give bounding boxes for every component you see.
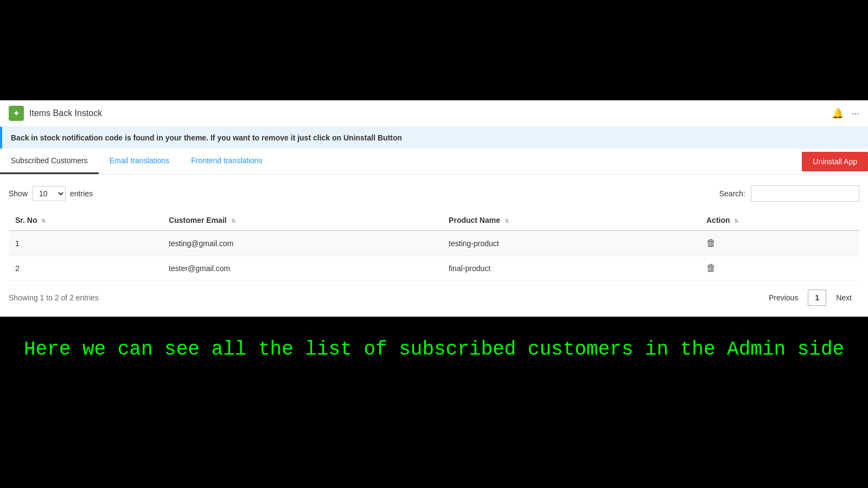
uninstall-button[interactable]: Uninstall App [802, 152, 868, 171]
header-left: ✦ Items Back Instock [9, 106, 102, 121]
search-label: Search: [719, 189, 745, 198]
cell-action-2: 🗑 [700, 256, 859, 281]
email-sort-icon[interactable]: ⇅ [231, 218, 235, 224]
cell-sr-no-1: 1 [9, 230, 162, 256]
table-head: Sr. No ⇅ Customer Email ⇅ Product Name ⇅… [9, 210, 859, 230]
pin-icon[interactable]: 🔔 [832, 107, 844, 119]
col-product-name: Product Name ⇅ [442, 210, 700, 230]
pagination-controls: Previous 1 Next [761, 290, 859, 306]
sr-no-sort-icon[interactable]: ⇅ [41, 218, 46, 224]
pagination-row: Showing 1 to 2 of 2 entries Previous 1 N… [9, 290, 859, 306]
col-customer-email: Customer Email ⇅ [162, 210, 442, 230]
entries-label: entries [70, 189, 93, 198]
table-header-row: Sr. No ⇅ Customer Email ⇅ Product Name ⇅… [9, 210, 859, 230]
show-label: Show [9, 189, 28, 198]
more-options-icon[interactable]: ··· [851, 108, 859, 119]
entries-select[interactable]: 10 25 50 100 [32, 186, 66, 201]
page-1-button[interactable]: 1 [808, 290, 826, 306]
tab-subscribed-customers[interactable]: Subscribed Customers [0, 149, 99, 174]
logo-icon: ✦ [13, 109, 20, 118]
app-logo: ✦ [9, 106, 24, 121]
app-title: Items Back Instock [29, 108, 102, 118]
tab-frontend-translations[interactable]: Frontend translations [180, 149, 273, 174]
banner-message: Back in stock notification code is found… [11, 133, 402, 142]
search-input[interactable] [751, 185, 859, 202]
col-action: Action ⇅ [700, 210, 859, 230]
cell-email-2: tester@gmail.com [162, 256, 442, 281]
cell-product-2: final-product [442, 256, 700, 281]
tab-email-translations[interactable]: Email translations [99, 149, 181, 174]
tabs-row: Subscribed Customers Email translations … [0, 149, 868, 175]
top-black-bar [0, 0, 868, 100]
previous-button[interactable]: Previous [761, 290, 806, 305]
show-entries-left: Show 10 25 50 100 entries [9, 186, 93, 201]
action-sort-icon[interactable]: ⇅ [734, 218, 738, 224]
bottom-section: Here we can see all the list of subscrib… [0, 317, 868, 393]
table-row: 1 testing@gmail.com testing-product 🗑 [9, 230, 859, 256]
cell-sr-no-2: 2 [9, 256, 162, 281]
table-row: 2 tester@gmail.com final-product 🗑 [9, 256, 859, 281]
app-header: ✦ Items Back Instock 🔔 ··· [0, 100, 868, 127]
bottom-caption: Here we can see all the list of subscrib… [24, 338, 844, 361]
info-banner: Back in stock notification code is found… [0, 127, 868, 149]
delete-icon-1[interactable]: 🗑 [706, 237, 716, 249]
header-right: 🔔 ··· [832, 107, 859, 119]
table-body: 1 testing@gmail.com testing-product 🗑 2 … [9, 230, 859, 281]
search-right: Search: [719, 185, 859, 202]
app-panel: ✦ Items Back Instock 🔔 ··· Back in stock… [0, 100, 868, 317]
delete-icon-2[interactable]: 🗑 [706, 262, 716, 274]
pagination-info: Showing 1 to 2 of 2 entries [9, 293, 99, 302]
show-entries-row: Show 10 25 50 100 entries Search: [9, 185, 859, 202]
cell-action-1: 🗑 [700, 230, 859, 256]
cell-product-1: testing-product [442, 230, 700, 256]
next-button[interactable]: Next [828, 290, 859, 305]
subscribed-customers-table: Sr. No ⇅ Customer Email ⇅ Product Name ⇅… [9, 210, 859, 281]
cell-email-1: testing@gmail.com [162, 230, 442, 256]
product-sort-icon[interactable]: ⇅ [505, 218, 509, 224]
col-sr-no: Sr. No ⇅ [9, 210, 162, 230]
tabs-container: Subscribed Customers Email translations … [0, 149, 273, 174]
content-area: Show 10 25 50 100 entries Search: Sr. No [0, 175, 868, 317]
